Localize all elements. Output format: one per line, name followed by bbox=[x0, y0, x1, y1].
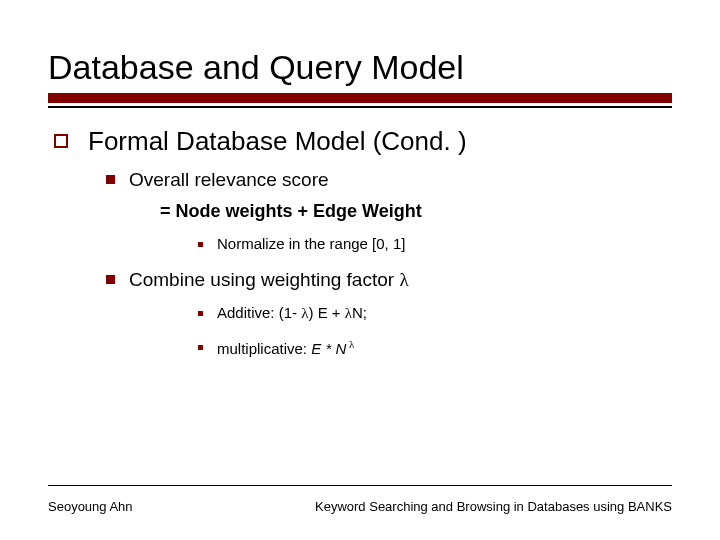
footer-right: Keyword Searching and Browsing in Databa… bbox=[315, 499, 672, 514]
mult-pre: multiplicative: bbox=[217, 340, 311, 357]
lambda-symbol: λ bbox=[399, 269, 408, 290]
hollow-square-bullet-icon bbox=[54, 134, 68, 148]
multiplicative-row: multiplicative: E * N λ bbox=[198, 337, 672, 359]
footer: Seoyoung Ahn Keyword Searching and Brows… bbox=[48, 499, 672, 514]
rule-thick bbox=[48, 93, 672, 103]
combine-label-pre: Combine using weighting factor bbox=[129, 269, 399, 290]
footer-rule bbox=[48, 485, 672, 486]
overall-score-row: Overall relevance score bbox=[106, 168, 672, 193]
normalize-row: Normalize in the range [0, 1] bbox=[198, 234, 672, 254]
mult-expr: E * N bbox=[311, 340, 346, 357]
section-heading: Formal Database Model (Cond. ) bbox=[88, 125, 467, 158]
additive-pre: Additive: (1- bbox=[217, 304, 301, 321]
footer-left: Seoyoung Ahn bbox=[48, 499, 133, 514]
overall-score-formula: = Node weights + Edge Weight bbox=[160, 200, 672, 223]
overall-score-label: Overall relevance score bbox=[129, 168, 329, 193]
tiny-square-bullet-icon bbox=[198, 345, 203, 350]
tiny-square-bullet-icon bbox=[198, 242, 203, 247]
additive-row: Additive: (1- λ) E + λN; bbox=[198, 303, 672, 323]
slide: Database and Query Model Formal Database… bbox=[0, 0, 720, 540]
additive-post: N; bbox=[352, 304, 367, 321]
combine-label: Combine using weighting factor λ bbox=[129, 268, 409, 293]
lambda-symbol: λ bbox=[345, 305, 352, 321]
slide-title: Database and Query Model bbox=[48, 48, 672, 87]
additive-text: Additive: (1- λ) E + λN; bbox=[217, 303, 367, 323]
section-heading-row: Formal Database Model (Cond. ) bbox=[54, 125, 672, 158]
mult-sup-lambda: λ bbox=[346, 338, 354, 350]
multiplicative-text: multiplicative: E * N λ bbox=[217, 337, 354, 359]
title-rule bbox=[48, 93, 672, 111]
filled-square-bullet-icon bbox=[106, 175, 115, 184]
content-block: Formal Database Model (Cond. ) Overall r… bbox=[48, 111, 672, 359]
filled-square-bullet-icon bbox=[106, 275, 115, 284]
rule-thin bbox=[48, 106, 672, 108]
combine-row: Combine using weighting factor λ bbox=[106, 268, 672, 293]
additive-mid: ) E + bbox=[308, 304, 344, 321]
level2-group: Overall relevance score = Node weights +… bbox=[106, 168, 672, 360]
normalize-text: Normalize in the range [0, 1] bbox=[217, 234, 405, 254]
tiny-square-bullet-icon bbox=[198, 311, 203, 316]
